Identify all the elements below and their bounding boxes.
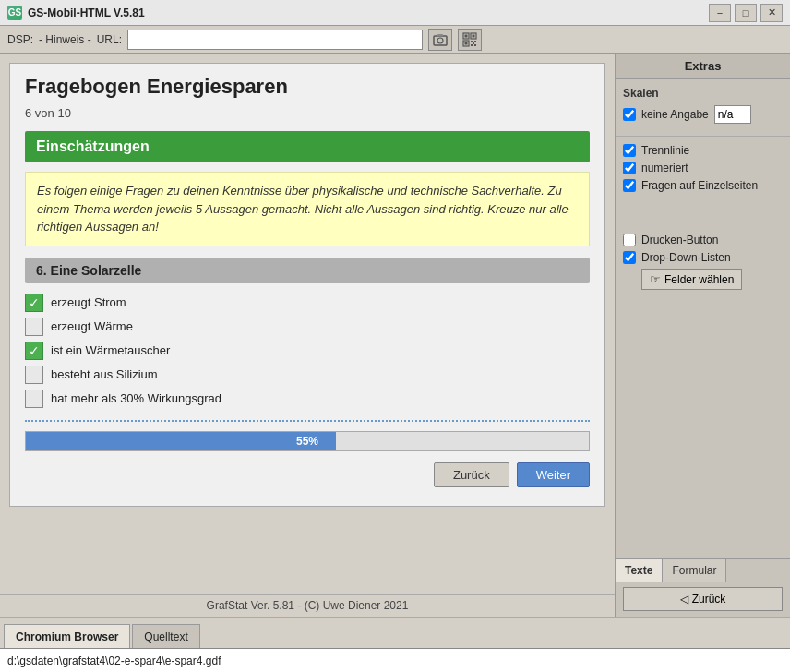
question-header: 6. Eine Solarzelle	[25, 258, 590, 283]
checkbox-item: hat mehr als 30% Wirkungsgrad	[25, 387, 590, 411]
svg-rect-2	[437, 34, 443, 37]
footer: GrafStat Ver. 5.81 - (C) Uwe Diener 2021	[0, 594, 615, 617]
right-back-button[interactable]: ◁ Zurück	[623, 587, 783, 611]
keine-angabe-label[interactable]: keine Angabe	[641, 108, 709, 121]
fragen-option: Fragen auf Einzelseiten	[623, 179, 783, 192]
close-button[interactable]: ✕	[760, 4, 783, 22]
progress-container: 55%	[25, 431, 590, 451]
trennlinie-option: Trennlinie	[623, 144, 783, 157]
title-bar-controls: − □ ✕	[709, 4, 783, 22]
dsp-label: DSP:	[7, 33, 33, 46]
keine-angabe-option: keine Angabe	[623, 105, 783, 124]
left-area: Fragebogen Energiesparen 6 von 10 Einsch…	[0, 54, 615, 617]
fragen-checkbox[interactable]	[623, 179, 636, 192]
checkbox-box-2[interactable]	[25, 318, 43, 336]
nav-buttons: Zurück Weiter	[25, 462, 590, 487]
checkbox-label-2: erzeugt Wärme	[51, 319, 133, 333]
trennlinie-checkbox[interactable]	[623, 144, 636, 157]
page-title: Fragebogen Energiesparen	[25, 75, 590, 99]
back-button[interactable]: Zurück	[434, 462, 509, 487]
svg-rect-8	[465, 42, 468, 44]
drucken-label[interactable]: Drucken-Button	[641, 234, 718, 246]
felder-waehlen-button[interactable]: ☞ Felder wählen	[641, 269, 742, 290]
checkbox-label-3: ist ein Wärmetauscher	[51, 343, 170, 357]
dotted-divider	[25, 420, 590, 422]
numeriert-checkbox[interactable]	[623, 162, 636, 174]
url-input[interactable]	[127, 30, 423, 50]
toolbar: DSP: - Hinweis - URL:	[0, 26, 790, 54]
hinweis-label: - Hinweis -	[39, 33, 91, 46]
content-panel: Fragebogen Energiesparen 6 von 10 Einsch…	[9, 63, 605, 507]
numeriert-label[interactable]: numeriert	[641, 162, 688, 174]
minimize-button[interactable]: −	[709, 4, 731, 22]
middle-area: Fragebogen Energiesparen 6 von 10 Einsch…	[0, 54, 790, 617]
bottom-section: Chromium Browser Quelltext d:\gsdaten\gr…	[0, 617, 790, 672]
svg-rect-12	[474, 44, 476, 46]
app-icon: GS	[7, 6, 22, 20]
page-counter: 6 von 10	[25, 106, 590, 120]
keine-angabe-value-input[interactable]	[714, 105, 751, 124]
drucken-checkbox[interactable]	[623, 234, 636, 246]
progress-bar	[26, 432, 336, 450]
svg-rect-9	[471, 41, 473, 42]
filepath-text: d:\gsdaten\grafstat4\02-e-spar4\e-spar4.…	[7, 654, 221, 667]
dropdown-checkbox[interactable]	[623, 251, 636, 264]
checkbox-label-1: erzeugt Strom	[51, 295, 126, 309]
maximize-button[interactable]: □	[735, 4, 757, 22]
checkbox-label-5: hat mehr als 30% Wirkungsgrad	[51, 391, 221, 405]
checkbox-box-4[interactable]	[25, 366, 43, 384]
tab-quelltext[interactable]: Quelltext	[132, 624, 199, 648]
checkbox-list: ✓erzeugt Stromerzeugt Wärme✓ist ein Wärm…	[25, 291, 590, 411]
tab-chromium-browser[interactable]: Chromium Browser	[4, 624, 130, 648]
checkbox-item: erzeugt Wärme	[25, 315, 590, 339]
footer-text: GrafStat Ver. 5.81 - (C) Uwe Diener 2021	[207, 599, 409, 612]
svg-rect-10	[474, 41, 476, 42]
felder-waehlen-label: Felder wählen	[664, 273, 734, 286]
camera-icon-button[interactable]	[428, 29, 452, 51]
checkbox-label-4: besteht aus Silizium	[51, 367, 158, 381]
url-label: URL:	[97, 33, 122, 46]
section-header: Einschätzungen	[25, 131, 590, 162]
hand-icon: ☞	[650, 272, 661, 286]
checkbox-item: ✓ist ein Wärmetauscher	[25, 339, 590, 363]
right-back-label: Zurück	[692, 593, 726, 606]
bottom-bar: Chromium Browser Quelltext	[0, 617, 790, 648]
tab-formular[interactable]: Formular	[663, 559, 726, 582]
progress-text: 55%	[296, 435, 318, 448]
app-wrapper: GS GS-Mobil-HTML V.5.81 − □ ✕ DSP: - Hin…	[0, 0, 790, 672]
checkbox-item: ✓erzeugt Strom	[25, 291, 590, 315]
svg-rect-13	[473, 42, 474, 44]
checkbox-box-5[interactable]	[25, 390, 43, 408]
checkbox-box-1[interactable]: ✓	[25, 294, 43, 312]
skalen-title: Skalen	[623, 87, 783, 100]
qr-icon-button[interactable]	[458, 29, 482, 51]
content-scroll: Fragebogen Energiesparen 6 von 10 Einsch…	[0, 54, 615, 594]
extras-header: Extras	[616, 54, 790, 79]
title-bar: GS GS-Mobil-HTML V.5.81 − □ ✕	[0, 0, 790, 26]
tab-texte[interactable]: Texte	[616, 559, 663, 582]
bottom-tabs: Chromium Browser Quelltext	[0, 618, 202, 648]
dropdown-option: Drop-Down-Listen	[623, 251, 783, 264]
next-button[interactable]: Weiter	[517, 462, 590, 487]
keine-angabe-checkbox[interactable]	[623, 108, 636, 121]
drucken-option: Drucken-Button	[623, 234, 783, 246]
options-section: Trennlinie numeriert Fragen auf Einzelse…	[616, 137, 790, 558]
svg-rect-11	[471, 44, 473, 46]
svg-rect-4	[465, 34, 468, 37]
checkbox-box-3[interactable]: ✓	[25, 342, 43, 360]
trennlinie-label[interactable]: Trennlinie	[641, 144, 689, 157]
info-text: Es folgen einige Fragen zu deinen Kenntn…	[37, 184, 569, 234]
title-bar-text: GS-Mobil-HTML V.5.81	[28, 6, 709, 19]
numeriert-option: numeriert	[623, 162, 783, 174]
svg-rect-6	[473, 34, 475, 37]
right-tabs: Texte Formular	[616, 558, 790, 582]
dropdown-label[interactable]: Drop-Down-Listen	[641, 251, 731, 264]
filepath-bar: d:\gsdaten\grafstat4\02-e-spar4\e-spar4.…	[0, 648, 790, 672]
back-arrow-icon: ◁	[680, 593, 688, 606]
info-box: Es folgen einige Fragen zu deinen Kenntn…	[25, 172, 590, 246]
skalen-section: Skalen keine Angabe	[616, 79, 790, 137]
fragen-label[interactable]: Fragen auf Einzelseiten	[641, 179, 758, 192]
checkbox-item: besteht aus Silizium	[25, 363, 590, 387]
right-panel: Extras Skalen keine Angabe Trennlinie nu…	[615, 54, 790, 617]
